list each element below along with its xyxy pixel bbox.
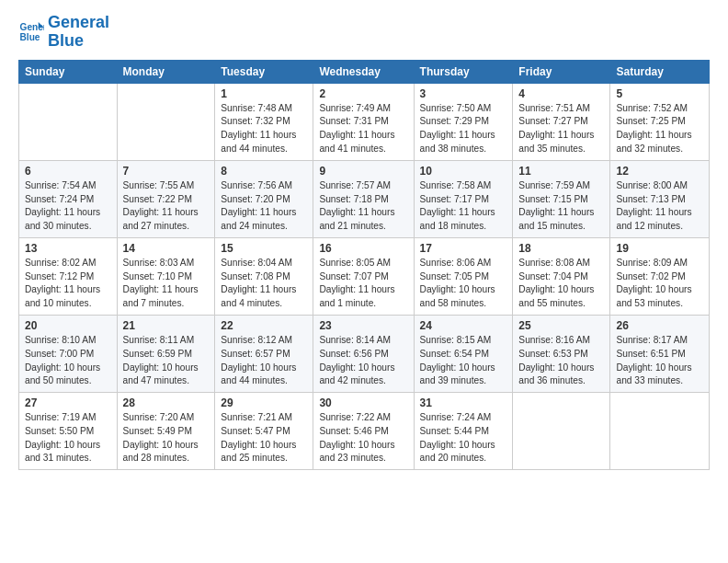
calendar-cell: 24Sunrise: 8:15 AM Sunset: 6:54 PM Dayli…: [414, 315, 513, 392]
calendar-cell: 8Sunrise: 7:56 AM Sunset: 7:20 PM Daylig…: [215, 160, 313, 237]
calendar-cell: 6Sunrise: 7:54 AM Sunset: 7:24 PM Daylig…: [19, 160, 118, 237]
calendar-cell: [19, 83, 118, 160]
day-info: Sunrise: 8:09 AM Sunset: 7:02 PM Dayligh…: [616, 257, 703, 311]
logo-icon: General Blue: [18, 19, 44, 45]
calendar-cell: 10Sunrise: 7:58 AM Sunset: 7:17 PM Dayli…: [414, 160, 513, 237]
logo: General Blue GeneralBlue: [18, 14, 109, 51]
col-header-thursday: Thursday: [414, 60, 513, 83]
day-number: 9: [319, 165, 407, 178]
day-number: 27: [25, 396, 111, 409]
day-info: Sunrise: 7:55 AM Sunset: 7:22 PM Dayligh…: [123, 179, 210, 234]
header: General Blue GeneralBlue: [18, 14, 710, 51]
col-header-tuesday: Tuesday: [215, 60, 313, 83]
day-info: Sunrise: 8:06 AM Sunset: 7:05 PM Dayligh…: [420, 257, 507, 311]
day-info: Sunrise: 8:05 AM Sunset: 7:07 PM Dayligh…: [319, 257, 407, 311]
week-row-3: 20Sunrise: 8:10 AM Sunset: 7:00 PM Dayli…: [19, 315, 710, 392]
day-number: 25: [518, 319, 604, 332]
calendar-cell: 2Sunrise: 7:49 AM Sunset: 7:31 PM Daylig…: [313, 83, 414, 160]
calendar-cell: 23Sunrise: 8:14 AM Sunset: 6:56 PM Dayli…: [313, 315, 414, 392]
week-row-0: 1Sunrise: 7:48 AM Sunset: 7:32 PM Daylig…: [19, 83, 710, 160]
day-info: Sunrise: 7:50 AM Sunset: 7:29 PM Dayligh…: [420, 102, 507, 156]
day-info: Sunrise: 8:16 AM Sunset: 6:53 PM Dayligh…: [518, 334, 604, 388]
day-number: 31: [420, 396, 507, 409]
col-header-wednesday: Wednesday: [313, 60, 414, 83]
day-info: Sunrise: 7:52 AM Sunset: 7:25 PM Dayligh…: [616, 102, 703, 156]
day-info: Sunrise: 7:49 AM Sunset: 7:31 PM Dayligh…: [319, 102, 407, 156]
day-number: 19: [616, 242, 703, 255]
day-info: Sunrise: 7:58 AM Sunset: 7:17 PM Dayligh…: [420, 179, 507, 234]
calendar-cell: 20Sunrise: 8:10 AM Sunset: 7:00 PM Dayli…: [19, 315, 118, 392]
day-number: 11: [518, 165, 604, 178]
day-number: 15: [221, 242, 307, 255]
day-number: 4: [518, 87, 604, 100]
calendar-cell: 17Sunrise: 8:06 AM Sunset: 7:05 PM Dayli…: [414, 237, 513, 315]
day-info: Sunrise: 7:54 AM Sunset: 7:24 PM Dayligh…: [25, 179, 111, 234]
week-row-1: 6Sunrise: 7:54 AM Sunset: 7:24 PM Daylig…: [19, 160, 710, 237]
calendar-cell: 3Sunrise: 7:50 AM Sunset: 7:29 PM Daylig…: [414, 83, 513, 160]
day-number: 16: [319, 242, 407, 255]
week-row-4: 27Sunrise: 7:19 AM Sunset: 5:50 PM Dayli…: [19, 393, 710, 470]
calendar-cell: 11Sunrise: 7:59 AM Sunset: 7:15 PM Dayli…: [513, 160, 610, 237]
col-header-monday: Monday: [117, 60, 215, 83]
day-info: Sunrise: 8:08 AM Sunset: 7:04 PM Dayligh…: [518, 257, 604, 311]
col-header-saturday: Saturday: [610, 60, 710, 83]
day-number: 3: [420, 87, 507, 100]
calendar-cell: [610, 393, 710, 470]
calendar-cell: 15Sunrise: 8:04 AM Sunset: 7:08 PM Dayli…: [215, 237, 313, 315]
day-info: Sunrise: 7:59 AM Sunset: 7:15 PM Dayligh…: [518, 179, 604, 234]
day-number: 14: [123, 242, 210, 255]
svg-text:Blue: Blue: [20, 32, 40, 42]
day-number: 30: [319, 396, 407, 409]
day-info: Sunrise: 8:17 AM Sunset: 6:51 PM Dayligh…: [616, 334, 703, 388]
day-number: 20: [25, 319, 111, 332]
day-info: Sunrise: 8:15 AM Sunset: 6:54 PM Dayligh…: [420, 334, 507, 388]
day-info: Sunrise: 8:03 AM Sunset: 7:10 PM Dayligh…: [123, 257, 210, 311]
calendar-cell: 4Sunrise: 7:51 AM Sunset: 7:27 PM Daylig…: [513, 83, 610, 160]
col-header-friday: Friday: [513, 60, 610, 83]
day-info: Sunrise: 8:00 AM Sunset: 7:13 PM Dayligh…: [616, 179, 703, 234]
calendar-cell: 26Sunrise: 8:17 AM Sunset: 6:51 PM Dayli…: [610, 315, 710, 392]
day-number: 26: [616, 319, 703, 332]
calendar-cell: 28Sunrise: 7:20 AM Sunset: 5:49 PM Dayli…: [117, 393, 215, 470]
day-info: Sunrise: 8:12 AM Sunset: 6:57 PM Dayligh…: [221, 334, 307, 388]
day-info: Sunrise: 7:51 AM Sunset: 7:27 PM Dayligh…: [518, 102, 604, 156]
day-number: 28: [123, 396, 210, 409]
calendar-cell: 14Sunrise: 8:03 AM Sunset: 7:10 PM Dayli…: [117, 237, 215, 315]
day-info: Sunrise: 8:04 AM Sunset: 7:08 PM Dayligh…: [221, 257, 307, 311]
page: General Blue GeneralBlue SundayMondayTue…: [0, 0, 728, 563]
day-number: 5: [616, 87, 703, 100]
day-info: Sunrise: 8:02 AM Sunset: 7:12 PM Dayligh…: [25, 257, 111, 311]
day-info: Sunrise: 7:48 AM Sunset: 7:32 PM Dayligh…: [221, 102, 307, 156]
day-number: 24: [420, 319, 507, 332]
calendar-cell: 31Sunrise: 7:24 AM Sunset: 5:44 PM Dayli…: [414, 393, 513, 470]
day-info: Sunrise: 7:57 AM Sunset: 7:18 PM Dayligh…: [319, 179, 407, 234]
day-number: 2: [319, 87, 407, 100]
day-number: 12: [616, 165, 703, 178]
day-info: Sunrise: 7:21 AM Sunset: 5:47 PM Dayligh…: [221, 411, 307, 465]
day-number: 13: [25, 242, 111, 255]
calendar-header-row: SundayMondayTuesdayWednesdayThursdayFrid…: [19, 60, 710, 83]
day-number: 22: [221, 319, 307, 332]
day-info: Sunrise: 7:24 AM Sunset: 5:44 PM Dayligh…: [420, 411, 507, 465]
day-number: 17: [420, 242, 507, 255]
logo-text: GeneralBlue: [48, 14, 109, 51]
day-number: 8: [221, 165, 307, 178]
calendar-cell: 29Sunrise: 7:21 AM Sunset: 5:47 PM Dayli…: [215, 393, 313, 470]
calendar-cell: 21Sunrise: 8:11 AM Sunset: 6:59 PM Dayli…: [117, 315, 215, 392]
day-number: 7: [123, 165, 210, 178]
calendar-cell: 27Sunrise: 7:19 AM Sunset: 5:50 PM Dayli…: [19, 393, 118, 470]
day-number: 6: [25, 165, 111, 178]
calendar-cell: 30Sunrise: 7:22 AM Sunset: 5:46 PM Dayli…: [313, 393, 414, 470]
calendar-cell: 13Sunrise: 8:02 AM Sunset: 7:12 PM Dayli…: [19, 237, 118, 315]
calendar-cell: 1Sunrise: 7:48 AM Sunset: 7:32 PM Daylig…: [215, 83, 313, 160]
day-info: Sunrise: 7:56 AM Sunset: 7:20 PM Dayligh…: [221, 179, 307, 234]
day-number: 21: [123, 319, 210, 332]
day-info: Sunrise: 7:20 AM Sunset: 5:49 PM Dayligh…: [123, 411, 210, 465]
day-info: Sunrise: 8:11 AM Sunset: 6:59 PM Dayligh…: [123, 334, 210, 388]
day-info: Sunrise: 7:22 AM Sunset: 5:46 PM Dayligh…: [319, 411, 407, 465]
calendar-cell: 12Sunrise: 8:00 AM Sunset: 7:13 PM Dayli…: [610, 160, 710, 237]
calendar-cell: 5Sunrise: 7:52 AM Sunset: 7:25 PM Daylig…: [610, 83, 710, 160]
day-info: Sunrise: 8:14 AM Sunset: 6:56 PM Dayligh…: [319, 334, 407, 388]
day-info: Sunrise: 7:19 AM Sunset: 5:50 PM Dayligh…: [25, 411, 111, 465]
day-number: 29: [221, 396, 307, 409]
